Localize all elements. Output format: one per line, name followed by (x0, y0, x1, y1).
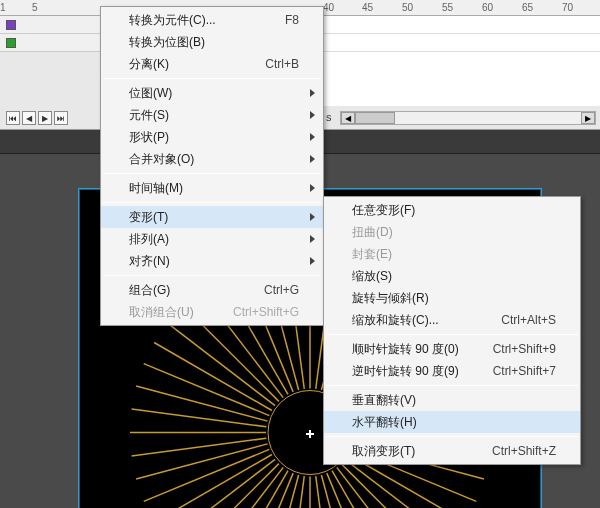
menu-separator (326, 385, 578, 386)
svg-line-21 (144, 449, 270, 501)
menu-item[interactable]: 对齐(N) (101, 250, 323, 272)
layer-color-swatch (6, 38, 16, 48)
menu-item-label: 逆时针旋转 90 度(9) (352, 363, 459, 380)
submenu-arrow-icon (310, 184, 315, 192)
menu-item-label: 分离(K) (129, 56, 169, 73)
first-frame-button[interactable]: ⏮ (6, 111, 20, 125)
menu-item[interactable]: 合并对象(O) (101, 148, 323, 170)
menu-item[interactable]: 形状(P) (101, 126, 323, 148)
ruler-tick: 45 (362, 2, 373, 13)
ruler-tick: 55 (442, 2, 453, 13)
svg-line-20 (154, 454, 272, 508)
menu-item-label: 取消组合(U) (129, 304, 194, 321)
menu-item-label: 元件(S) (129, 107, 169, 124)
menu-separator (103, 202, 321, 203)
layer-panel (0, 16, 100, 52)
ruler-tick: 1 (0, 2, 6, 13)
submenu-arrow-icon (310, 155, 315, 163)
menu-item-label: 顺时针旋转 90 度(0) (352, 341, 459, 358)
layer-row[interactable] (0, 34, 100, 52)
menu-item-shortcut: Ctrl+Alt+S (501, 313, 556, 327)
menu-item[interactable]: 转换为元件(C)...F8 (101, 9, 323, 31)
menu-item: 扭曲(D) (324, 221, 580, 243)
menu-item-label: 缩放(S) (352, 268, 392, 285)
ruler-tick: 60 (482, 2, 493, 13)
menu-item[interactable]: 旋转与倾斜(R) (324, 287, 580, 309)
svg-line-29 (167, 323, 275, 406)
next-frame-button[interactable]: ▶ (38, 111, 52, 125)
menu-item-shortcut: Ctrl+G (264, 283, 299, 297)
menu-item-shortcut: Ctrl+Shift+7 (493, 364, 556, 378)
menu-item[interactable]: 缩放和旋转(C)...Ctrl+Alt+S (324, 309, 580, 331)
menu-item-label: 旋转与倾斜(R) (352, 290, 429, 307)
ruler-tick: 50 (402, 2, 413, 13)
menu-item[interactable]: 垂直翻转(V) (324, 389, 580, 411)
menu-item-label: 取消变形(T) (352, 443, 415, 460)
layer-row[interactable] (0, 16, 100, 34)
layer-color-swatch (6, 20, 16, 30)
menu-separator (103, 78, 321, 79)
menu-item-label: 排列(A) (129, 231, 169, 248)
menu-item-label: 变形(T) (129, 209, 168, 226)
submenu-arrow-icon (310, 213, 315, 221)
menu-item-label: 缩放和旋转(C)... (352, 312, 439, 329)
menu-item[interactable]: 变形(T) (101, 206, 323, 228)
menu-item-shortcut: Ctrl+Shift+9 (493, 342, 556, 356)
menu-separator (326, 334, 578, 335)
submenu-arrow-icon (310, 133, 315, 141)
status-text: s (326, 111, 332, 123)
menu-item[interactable]: 缩放(S) (324, 265, 580, 287)
menu-item[interactable]: 位图(W) (101, 82, 323, 104)
submenu-arrow-icon (310, 257, 315, 265)
menu-item-shortcut: F8 (285, 13, 299, 27)
svg-line-23 (132, 438, 267, 456)
scroll-left-button[interactable]: ◀ (341, 112, 355, 124)
svg-line-26 (136, 386, 267, 421)
scroll-track[interactable] (355, 112, 581, 124)
scroll-thumb[interactable] (355, 112, 395, 124)
last-frame-button[interactable]: ⏭ (54, 111, 68, 125)
svg-line-25 (132, 409, 267, 427)
menu-item-label: 垂直翻转(V) (352, 392, 416, 409)
svg-line-6 (341, 463, 437, 508)
submenu-arrow-icon (310, 111, 315, 119)
menu-item: 封套(E) (324, 243, 580, 265)
menu-item[interactable]: 组合(G)Ctrl+G (101, 279, 323, 301)
menu-item-shortcut: Ctrl+Shift+G (233, 305, 299, 319)
menu-item-label: 时间轴(M) (129, 180, 183, 197)
menu-separator (326, 436, 578, 437)
menu-item[interactable]: 逆时针旋转 90 度(9)Ctrl+Shift+7 (324, 360, 580, 382)
svg-line-18 (183, 463, 279, 508)
menu-item[interactable]: 顺时针旋转 90 度(0)Ctrl+Shift+9 (324, 338, 580, 360)
submenu-arrow-icon (310, 235, 315, 243)
context-menu-modify: 转换为元件(C)...F8转换为位图(B)分离(K)Ctrl+B位图(W)元件(… (100, 6, 324, 326)
timeline-controls: ⏮ ◀ ▶ ⏭ (6, 111, 68, 125)
menu-item-label: 对齐(N) (129, 253, 170, 270)
menu-item[interactable]: 取消变形(T)Ctrl+Shift+Z (324, 440, 580, 462)
menu-item[interactable]: 时间轴(M) (101, 177, 323, 199)
menu-item[interactable]: 转换为位图(B) (101, 31, 323, 53)
menu-item-label: 转换为元件(C)... (129, 12, 216, 29)
menu-separator (103, 275, 321, 276)
menu-item[interactable]: 排列(A) (101, 228, 323, 250)
scroll-right-button[interactable]: ▶ (581, 112, 595, 124)
ruler-tick: 40 (323, 2, 334, 13)
ruler-tick: 70 (562, 2, 573, 13)
timeline-scrollbar[interactable]: ◀ ▶ (340, 111, 596, 125)
transform-origin-icon (306, 430, 314, 438)
menu-item-label: 封套(E) (352, 246, 392, 263)
prev-frame-button[interactable]: ◀ (22, 111, 36, 125)
menu-item-label: 任意变形(F) (352, 202, 415, 219)
menu-item[interactable]: 分离(K)Ctrl+B (101, 53, 323, 75)
menu-item: 取消组合(U)Ctrl+Shift+G (101, 301, 323, 323)
svg-line-22 (136, 443, 267, 478)
menu-item-label: 转换为位图(B) (129, 34, 205, 51)
svg-line-27 (144, 363, 270, 415)
menu-item-label: 合并对象(O) (129, 151, 194, 168)
menu-item[interactable]: 元件(S) (101, 104, 323, 126)
menu-item[interactable]: 任意变形(F) (324, 199, 580, 221)
menu-item-label: 组合(G) (129, 282, 170, 299)
menu-item[interactable]: 水平翻转(H) (324, 411, 580, 433)
ruler-tick: 65 (522, 2, 533, 13)
menu-item-shortcut: Ctrl+Shift+Z (492, 444, 556, 458)
